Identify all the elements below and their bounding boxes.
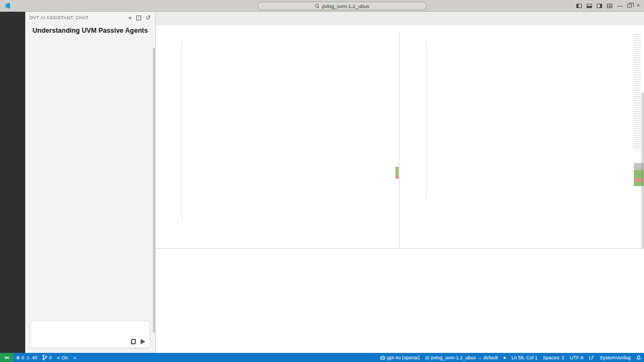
indent-guide: [182, 42, 182, 221]
minimize-button[interactable]: —: [617, 4, 623, 8]
command-center[interactable]: pvlog_uvm-1.2_ubus: [258, 2, 427, 10]
indicator-dot: ●: [500, 353, 508, 362]
notifications-bell[interactable]: [633, 353, 644, 362]
activity-bar: [0, 12, 25, 353]
editor-area: [156, 12, 644, 353]
editor-tabs: [156, 12, 644, 26]
vscode-logo-icon: [4, 3, 10, 9]
project-status[interactable]: ◎ pvlog_uvm-1.2_ubus → default: [422, 353, 500, 362]
search-icon: [315, 4, 320, 9]
status-bar: >< ⊗ 0 ⚠ 40 0 ≡ On ≡ gpt-4o (openai) ◎ p…: [0, 353, 644, 362]
toggle-secondary-sidebar-icon[interactable]: [597, 4, 602, 8]
send-icon[interactable]: [141, 339, 145, 344]
remote-indicator[interactable]: ><: [0, 353, 13, 362]
output-log[interactable]: [156, 261, 644, 353]
restore-button[interactable]: [627, 4, 632, 8]
sidebar-title: DVT AI ASSISTANT: CHAT: [30, 15, 89, 20]
filter-status[interactable]: ≡ On: [54, 353, 70, 362]
design-hierarchy-status[interactable]: ≡: [70, 353, 78, 362]
problems-status[interactable]: ⊗ 0 ⚠ 40: [13, 353, 40, 362]
close-button[interactable]: ×: [636, 4, 640, 8]
project-icon: ◎: [425, 355, 429, 360]
panel-tabs: [156, 249, 644, 261]
encoding-status[interactable]: UTF-8: [567, 353, 586, 362]
bottom-panel: [156, 248, 644, 353]
new-chat-icon[interactable]: +: [128, 14, 132, 22]
filter-icon: ≡: [57, 355, 60, 360]
branch-status[interactable]: 0: [40, 353, 54, 362]
vscode-window: pvlog_uvm-1.2_ubus — × DVT AI ASSISTANT:…: [0, 0, 644, 362]
indent-guide: [426, 42, 427, 198]
diff-original-pane[interactable]: [156, 33, 400, 248]
attach-context-icon[interactable]: [131, 339, 136, 344]
language-status[interactable]: SystemVerilog: [597, 353, 633, 362]
robot-icon: [380, 355, 385, 360]
breadcrumb: [156, 26, 644, 33]
chat-messages[interactable]: [25, 39, 155, 317]
chat-title: Understanding UVM Passive Agents: [25, 24, 155, 39]
indentation-status[interactable]: Spaces: 2: [540, 353, 567, 362]
toggle-panel-icon: [587, 4, 592, 8]
diff-modified-pane[interactable]: [400, 33, 644, 248]
titlebar: pvlog_uvm-1.2_ubus — ×: [0, 0, 644, 12]
branch-icon: [42, 354, 47, 360]
command-center-text: pvlog_uvm-1.2_ubus: [322, 3, 369, 9]
export-chat-icon[interactable]: ↑: [136, 16, 141, 20]
history-icon[interactable]: ↺: [145, 14, 151, 21]
window-controls: — ×: [576, 4, 640, 8]
warning-icon: ⚠: [26, 355, 30, 360]
diff-editor: [156, 33, 644, 248]
tree-icon: ≡: [73, 355, 76, 360]
cursor-position[interactable]: Ln 58, Col 1: [509, 353, 540, 362]
error-icon: ⊗: [16, 355, 20, 360]
layouts-icon[interactable]: [607, 4, 612, 8]
editor-scrollbar[interactable]: [641, 93, 644, 248]
ai-model-status[interactable]: gpt-4o (openai): [377, 353, 422, 362]
sidebar-scrollbar[interactable]: [153, 48, 155, 333]
eol-status[interactable]: LF: [586, 353, 597, 362]
dvt-ai-chat-sidebar: DVT AI ASSISTANT: CHAT + ↑ ↺ Understandi…: [25, 12, 156, 353]
bell-icon: [636, 355, 641, 360]
minimap[interactable]: [633, 34, 641, 149]
chat-input[interactable]: [30, 320, 150, 348]
toggle-sidebar-icon[interactable]: [576, 4, 582, 8]
